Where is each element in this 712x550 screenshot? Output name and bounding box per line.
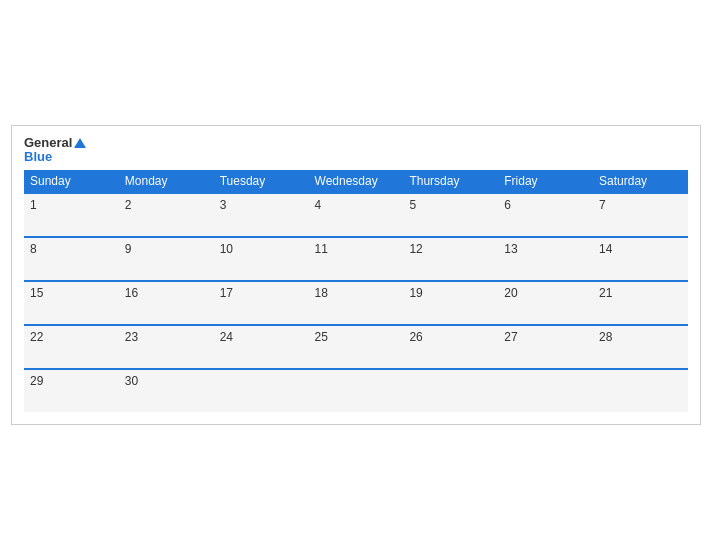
weekday-header-monday: Monday [119, 170, 214, 193]
logo-triangle-icon [74, 138, 86, 148]
calendar-day-cell: 23 [119, 325, 214, 369]
calendar-day-cell: 18 [309, 281, 404, 325]
calendar-day-cell: 2 [119, 193, 214, 237]
calendar-day-cell: 25 [309, 325, 404, 369]
logo-general-text: General [24, 136, 72, 150]
calendar-day-cell: 22 [24, 325, 119, 369]
calendar-day-cell: 7 [593, 193, 688, 237]
calendar-day-cell: 29 [24, 369, 119, 412]
calendar-day-cell [498, 369, 593, 412]
weekday-header-saturday: Saturday [593, 170, 688, 193]
calendar-week-row: 22232425262728 [24, 325, 688, 369]
calendar-container: General Blue SundayMondayTuesdayWednesda… [11, 125, 701, 426]
calendar-day-cell [309, 369, 404, 412]
calendar-day-cell: 9 [119, 237, 214, 281]
calendar-day-cell: 11 [309, 237, 404, 281]
logo-blue-text: Blue [24, 150, 86, 164]
calendar-day-cell: 13 [498, 237, 593, 281]
weekday-header-row: SundayMondayTuesdayWednesdayThursdayFrid… [24, 170, 688, 193]
calendar-day-cell: 3 [214, 193, 309, 237]
calendar-day-cell [403, 369, 498, 412]
calendar-day-cell: 28 [593, 325, 688, 369]
logo: General Blue [24, 136, 86, 165]
calendar-day-cell [214, 369, 309, 412]
calendar-day-cell: 19 [403, 281, 498, 325]
calendar-table: SundayMondayTuesdayWednesdayThursdayFrid… [24, 170, 688, 412]
calendar-day-cell: 14 [593, 237, 688, 281]
calendar-week-row: 15161718192021 [24, 281, 688, 325]
calendar-day-cell: 21 [593, 281, 688, 325]
calendar-day-cell: 26 [403, 325, 498, 369]
calendar-day-cell: 20 [498, 281, 593, 325]
calendar-week-row: 891011121314 [24, 237, 688, 281]
calendar-day-cell: 30 [119, 369, 214, 412]
calendar-day-cell: 4 [309, 193, 404, 237]
calendar-day-cell: 24 [214, 325, 309, 369]
weekday-header-tuesday: Tuesday [214, 170, 309, 193]
calendar-day-cell: 10 [214, 237, 309, 281]
calendar-day-cell: 15 [24, 281, 119, 325]
calendar-week-row: 2930 [24, 369, 688, 412]
weekday-header-wednesday: Wednesday [309, 170, 404, 193]
weekday-header-sunday: Sunday [24, 170, 119, 193]
calendar-day-cell: 27 [498, 325, 593, 369]
calendar-day-cell: 17 [214, 281, 309, 325]
weekday-header-friday: Friday [498, 170, 593, 193]
calendar-week-row: 1234567 [24, 193, 688, 237]
calendar-day-cell: 8 [24, 237, 119, 281]
calendar-day-cell: 6 [498, 193, 593, 237]
calendar-day-cell [593, 369, 688, 412]
calendar-day-cell: 1 [24, 193, 119, 237]
calendar-header: General Blue [24, 136, 688, 165]
calendar-day-cell: 5 [403, 193, 498, 237]
calendar-day-cell: 12 [403, 237, 498, 281]
weekday-header-thursday: Thursday [403, 170, 498, 193]
calendar-day-cell: 16 [119, 281, 214, 325]
